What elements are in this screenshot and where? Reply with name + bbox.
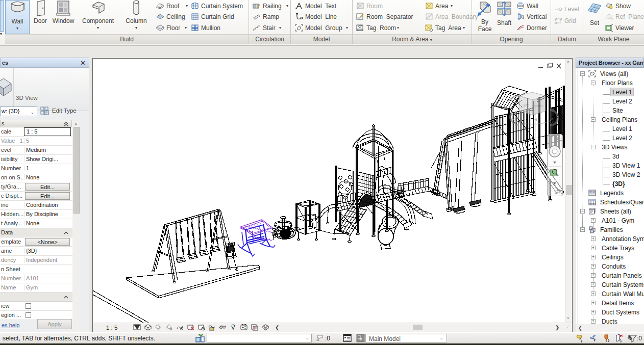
svg-text:FRONT: FRONT [534, 104, 543, 108]
svg-text:LEFT: LEFT [523, 104, 529, 107]
